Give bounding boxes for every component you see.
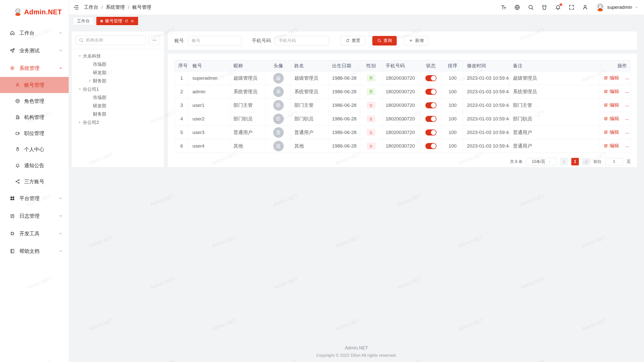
sidebar-item-workbench[interactable]: 工作台: [0, 24, 69, 42]
tab-label: 工作台: [77, 18, 90, 24]
cell-index: 4: [175, 112, 189, 126]
pagination: 共 6 条 10条/页 1 前往 页: [174, 158, 631, 165]
sidebar-item-org-mgmt[interactable]: 机构管理: [0, 109, 69, 125]
add-label: 新增: [415, 38, 424, 43]
refresh-icon[interactable]: [125, 19, 128, 23]
caret-icon[interactable]: [77, 88, 83, 91]
row-more-button[interactable]: [625, 117, 629, 122]
cell-avatar: 其: [266, 139, 291, 153]
status-toggle[interactable]: [425, 102, 436, 108]
sidebar-item-position-mgmt[interactable]: 职位管理: [0, 125, 69, 141]
tab-account-mgmt[interactable]: 账号管理: [96, 17, 138, 25]
send-icon: [10, 48, 15, 53]
accounts-table-panel: 序号 账号 昵称 头像 姓名 出生日期 性别 手机号码 状态 排序 修改时间: [168, 53, 637, 167]
edit-button[interactable]: 编辑: [603, 143, 619, 149]
sidebar-item-role-mgmt[interactable]: 角色管理: [0, 93, 69, 109]
more-options-button[interactable]: [149, 35, 160, 45]
page-size-select[interactable]: 10条/页: [526, 158, 557, 165]
phone-label: 手机号码: [252, 37, 271, 44]
tree-node[interactable]: 分公司1: [76, 85, 160, 93]
sidebar-item-profile-center[interactable]: 个人中心: [0, 141, 69, 157]
add-button[interactable]: 新增: [404, 36, 428, 46]
row-more-button[interactable]: [625, 90, 629, 95]
row-more-button[interactable]: [625, 145, 629, 149]
phone-input[interactable]: [275, 36, 329, 46]
status-toggle[interactable]: [425, 75, 436, 81]
language-icon[interactable]: [514, 4, 520, 10]
sidebar-item-system-mgmt[interactable]: 系统管理: [0, 59, 69, 77]
notification-icon[interactable]: [555, 4, 561, 10]
profile-icon[interactable]: [582, 4, 588, 10]
account-input[interactable]: [188, 36, 242, 46]
sidebar-item-third-party-account[interactable]: 三方账号: [0, 173, 69, 190]
tree-node[interactable]: 市场部: [76, 93, 160, 102]
tree-node[interactable]: 研发部: [76, 102, 160, 110]
fullscreen-icon[interactable]: [569, 4, 575, 10]
logo-avatar-icon: [14, 8, 22, 16]
edit-button[interactable]: 编辑: [603, 102, 619, 108]
caret-icon[interactable]: [77, 121, 83, 124]
edit-button[interactable]: 编辑: [603, 88, 619, 95]
row-more-button[interactable]: [625, 104, 629, 108]
tree-node[interactable]: 市场部: [76, 60, 160, 68]
edit-button[interactable]: 编辑: [603, 75, 619, 81]
logo[interactable]: Admin.NET: [0, 0, 69, 24]
tab-workbench[interactable]: 工作台: [73, 17, 94, 25]
cell-avatar: 系: [266, 85, 291, 99]
table-row: 1 superadmin 超级管理员 超 超级管理员 1986-06-28 男 …: [175, 71, 631, 85]
query-button[interactable]: 查询: [372, 36, 397, 46]
current-page-button[interactable]: 1: [571, 158, 579, 165]
status-toggle[interactable]: [425, 143, 436, 149]
tree-node[interactable]: 财务部: [76, 77, 160, 85]
theme-icon[interactable]: [541, 4, 547, 10]
org-search-input[interactable]: [76, 35, 146, 45]
next-page-button[interactable]: [582, 158, 590, 165]
sidebar-item-business-test[interactable]: 业务测试: [0, 42, 69, 59]
goto-page-input[interactable]: [605, 158, 623, 165]
prev-page-button[interactable]: [560, 158, 568, 165]
tree-node[interactable]: 分公司2: [76, 118, 160, 126]
sidebar-item-account-mgmt[interactable]: 账号管理: [0, 77, 69, 93]
sidebar-item-notice[interactable]: 通知公告: [0, 157, 69, 173]
sidebar-item-help-docs[interactable]: 帮助文档: [0, 242, 69, 260]
chevron-up-icon: [59, 66, 63, 70]
tree-node[interactable]: 大名科技: [76, 52, 160, 60]
user-icon: [15, 82, 20, 87]
sidebar-item-dev-tools[interactable]: 开发工具: [0, 225, 69, 242]
caret-icon[interactable]: [77, 55, 83, 58]
cell-index: 2: [175, 85, 189, 99]
close-icon[interactable]: [131, 19, 134, 23]
row-more-button[interactable]: [625, 131, 629, 135]
status-toggle[interactable]: [425, 116, 436, 122]
search-icon: [377, 38, 381, 43]
caret-icon[interactable]: [87, 79, 93, 82]
menu-fold-icon[interactable]: [73, 4, 79, 10]
edit-button[interactable]: 编辑: [603, 115, 619, 122]
row-more-button[interactable]: [625, 77, 629, 81]
tree-node[interactable]: 研发部: [76, 68, 160, 77]
status-toggle[interactable]: [425, 129, 436, 135]
search-icon[interactable]: [528, 4, 534, 10]
user-menu[interactable]: superadmin: [596, 3, 638, 12]
sidebar-item-label: 账号管理: [24, 82, 44, 88]
breadcrumb-item[interactable]: 系统管理: [106, 4, 125, 11]
cell-birthday: 1986-06-28: [329, 71, 360, 85]
tree-node[interactable]: 财务部: [76, 110, 160, 118]
sidebar-item-label: 个人中心: [24, 146, 44, 153]
username: superadmin: [607, 5, 632, 10]
app-root: Admin.NET 工作台 业务测试 系统管理 账号管理: [0, 0, 644, 362]
breadcrumb-item[interactable]: 工作台: [84, 4, 98, 11]
font-size-icon[interactable]: [501, 4, 507, 10]
edit-button[interactable]: 编辑: [603, 129, 619, 135]
status-toggle[interactable]: [425, 89, 436, 95]
cell-order: 100: [442, 71, 463, 85]
home-icon: [10, 30, 15, 36]
reset-label: 重置: [352, 38, 360, 43]
cell-order: 100: [442, 139, 463, 153]
sidebar-item-platform-mgmt[interactable]: 平台管理: [0, 190, 69, 207]
sidebar-item-label: 工作台: [19, 30, 34, 36]
reset-button[interactable]: 重置: [341, 36, 365, 46]
cell-phone: 18020030720: [382, 85, 420, 99]
sidebar-item-log-mgmt[interactable]: 日志管理: [0, 207, 69, 225]
app-title: Admin.NET: [24, 8, 62, 16]
